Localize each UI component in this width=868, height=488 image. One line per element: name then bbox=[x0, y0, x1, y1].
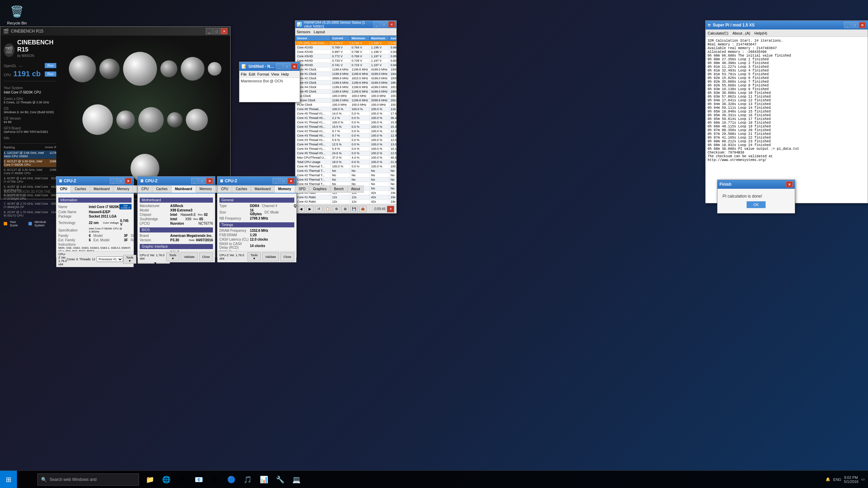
taskbar-icon-settings[interactable]: ⚙ bbox=[208, 472, 222, 487]
hwinfo-cell-sensor: Core #5 Clock bbox=[296, 89, 331, 94]
cpuz3-close-btn[interactable]: ✕ bbox=[288, 178, 294, 184]
taskbar-icon-app1[interactable]: 📊 bbox=[256, 472, 271, 487]
hwinfo-expand-btn[interactable]: ⊞ bbox=[341, 206, 349, 212]
cpuz1-tab-caches[interactable]: Caches bbox=[71, 185, 90, 193]
cpuz2-tab-caches[interactable]: Caches bbox=[152, 185, 171, 193]
hwinfo-prev-btn[interactable]: ◀ bbox=[297, 206, 305, 212]
hwinfo-close-btn[interactable]: ✕ bbox=[388, 21, 395, 27]
cinebench-close-btn[interactable]: ✕ bbox=[221, 28, 228, 34]
notepad-text-area[interactable]: Maintenence Bot @ OCN bbox=[239, 78, 300, 102]
cinebench-minimize-btn[interactable]: _ bbox=[206, 28, 213, 34]
taskbar-icon-store[interactable]: 🛍 bbox=[175, 472, 190, 487]
hwinfo-maximize-btn[interactable]: □ bbox=[381, 21, 388, 27]
hwinfo-cell-current: 100.0 MHz bbox=[331, 103, 350, 107]
cpuz2-tab-mainboard[interactable]: Mainboard bbox=[171, 185, 196, 193]
hwinfo-cell-current: 1199.6 MHz bbox=[331, 89, 350, 94]
cpuz2-tab-cpu[interactable]: CPU bbox=[138, 185, 152, 193]
cpuz2-bios-date-value: 04/07/2016 bbox=[196, 238, 213, 242]
notepad-menu-view[interactable]: View bbox=[271, 72, 279, 76]
cpuz1-tab-cpu[interactable]: CPU bbox=[56, 185, 71, 193]
cpuz1-extmodel-value: 3F bbox=[124, 238, 128, 242]
cpuz2-minimize-btn[interactable]: _ bbox=[191, 178, 198, 184]
hwinfo-save-btn[interactable]: 💾 bbox=[350, 206, 358, 212]
hwinfo-stop-btn[interactable]: ✕ bbox=[387, 206, 394, 212]
superpi-maximize-btn[interactable]: □ bbox=[851, 22, 858, 28]
notepad-menu-help[interactable]: Help bbox=[281, 72, 289, 76]
hwinfo-menu-layout[interactable]: Layout bbox=[314, 30, 325, 34]
hwinfo-cell-max: 4199.0 MHz bbox=[370, 72, 389, 76]
desktop-icon-recycle-bin[interactable]: 🗑️ Recycle Bin bbox=[3, 3, 31, 25]
cinebench-subtitle: by MAXON bbox=[17, 54, 56, 58]
notepad-menu-edit[interactable]: Edit bbox=[249, 72, 255, 76]
hwinfo-reset-btn[interactable]: ↺ bbox=[315, 206, 322, 212]
cpuz3-tools-btn[interactable]: Tools ▼ bbox=[248, 252, 261, 261]
superpi-menu-help[interactable]: Help(H) bbox=[754, 31, 767, 35]
superpi-minimize-btn[interactable]: _ bbox=[844, 22, 851, 28]
cpuz1-maximize-btn[interactable]: □ bbox=[117, 178, 124, 184]
cpuz2-close-btn-footer[interactable]: Close bbox=[199, 252, 213, 261]
cpuz2-validate-btn[interactable]: Validate bbox=[181, 252, 198, 261]
taskbar-icon-edge[interactable]: 🌐 bbox=[159, 472, 174, 487]
cpuz1-family-value: 6 bbox=[89, 234, 91, 238]
notepad-close-btn[interactable]: ✕ bbox=[291, 63, 298, 69]
cpuz2-tab-memory[interactable]: Memory bbox=[196, 185, 216, 193]
cpuz3-minimize-btn[interactable]: _ bbox=[273, 178, 279, 184]
cpuz2-chipset-vendor: Intel bbox=[170, 213, 179, 217]
taskbar-icon-explorer[interactable]: 📁 bbox=[142, 472, 157, 487]
col-minimum: Minimum bbox=[350, 36, 370, 41]
cpuz3-tab-about[interactable]: About bbox=[348, 185, 364, 193]
hwinfo-export-btn[interactable]: 📤 bbox=[359, 206, 367, 212]
hwinfo-cell-min: 0.715 V bbox=[350, 63, 370, 67]
ranking-details-btn[interactable]: Details ⚙ bbox=[45, 146, 56, 149]
taskbar-icon-app3[interactable]: 💻 bbox=[289, 472, 304, 487]
finish-close-btn[interactable]: ✕ bbox=[786, 181, 793, 187]
cinebench-maximize-btn[interactable]: □ bbox=[213, 28, 220, 34]
hwinfo-next-btn[interactable]: ▶ bbox=[306, 206, 314, 212]
cpuz3-tab-memory[interactable]: Memory bbox=[274, 185, 295, 193]
cpuz1-close-btn[interactable]: ✕ bbox=[125, 178, 132, 184]
taskbar-search[interactable]: 🔍 Search web Windows and bbox=[37, 473, 139, 486]
superpi-close-btn[interactable]: ✕ bbox=[859, 22, 866, 28]
cpu-run-btn[interactable]: Run bbox=[45, 72, 56, 77]
hwinfo-config-btn[interactable]: ⚙ bbox=[333, 206, 340, 212]
hwinfo-menu-sensors[interactable]: Sensors bbox=[297, 30, 310, 34]
notepad-minimize-btn[interactable]: _ bbox=[276, 63, 283, 69]
taskbar-icon-mail[interactable]: 📧 bbox=[191, 472, 206, 487]
hwinfo-cell-min: 4.4 % bbox=[350, 156, 370, 160]
cpuz3-tab-spd[interactable]: SPD bbox=[295, 185, 310, 193]
cpuz1-minimize-btn[interactable]: _ bbox=[110, 178, 117, 184]
hwinfo-copy-btn[interactable]: 📋 bbox=[324, 206, 331, 212]
cpuz3-tab-graphics[interactable]: Graphics bbox=[309, 185, 330, 193]
hwinfo-cell-sensor: Core #1 Ratio bbox=[296, 195, 331, 200]
cpuz1-tools-btn[interactable]: Tools ▼ bbox=[123, 255, 136, 264]
taskbar-icon-app2[interactable]: 🔧 bbox=[273, 472, 288, 487]
cpuz2-tools-btn[interactable]: Tools ▼ bbox=[166, 252, 179, 261]
notepad-menu-format[interactable]: Format bbox=[257, 72, 269, 76]
taskbar-icon-chrome[interactable]: 🔵 bbox=[224, 472, 239, 487]
notepad-menu-file[interactable]: File bbox=[241, 72, 247, 76]
start-button[interactable]: ⊞ bbox=[0, 471, 17, 488]
cpuz2-close-btn[interactable]: ✕ bbox=[206, 178, 213, 184]
cpuz1-name-value: Intel Core i7 5820K bbox=[89, 205, 119, 209]
taskbar-icon-media[interactable]: 🎵 bbox=[240, 472, 255, 487]
notepad-maximize-btn[interactable]: □ bbox=[283, 63, 290, 69]
cpuz1-tab-memory[interactable]: Memory bbox=[113, 185, 133, 193]
opengl-run-btn[interactable]: Run bbox=[45, 63, 56, 68]
cpuz3-tab-mainboard[interactable]: Mainboard bbox=[251, 185, 274, 193]
hwinfo-cell-max: 100.0 % bbox=[370, 147, 389, 151]
cpuz2-maximize-btn[interactable]: □ bbox=[199, 178, 205, 184]
cpuz3-maximize-btn[interactable]: □ bbox=[280, 178, 287, 184]
hwinfo-cell-sensor: Uncore Clock bbox=[296, 98, 331, 103]
superpi-menu-calculate[interactable]: Calculate(C) bbox=[708, 31, 728, 35]
cpuz1-selection-dropdown[interactable]: Processor #1 bbox=[97, 257, 123, 262]
superpi-menu-about[interactable]: About...(A) bbox=[732, 31, 750, 35]
cpuz3-validate-btn[interactable]: Validate bbox=[262, 252, 279, 261]
hwinfo-minimize-btn[interactable]: _ bbox=[373, 21, 380, 27]
cpuz3-close-btn-footer[interactable]: Close bbox=[280, 252, 294, 261]
cpuz3-tab-cpu[interactable]: CPU bbox=[217, 185, 232, 193]
cpuz3-tab-bench[interactable]: Bench bbox=[330, 185, 347, 193]
cpuz1-tab-mainboard[interactable]: Mainboard bbox=[90, 185, 113, 193]
cpuz3-tab-caches[interactable]: Caches bbox=[232, 185, 251, 193]
taskbar-show-desktop[interactable]: ▭ bbox=[861, 477, 865, 482]
finish-ok-btn[interactable]: OK bbox=[747, 201, 766, 208]
